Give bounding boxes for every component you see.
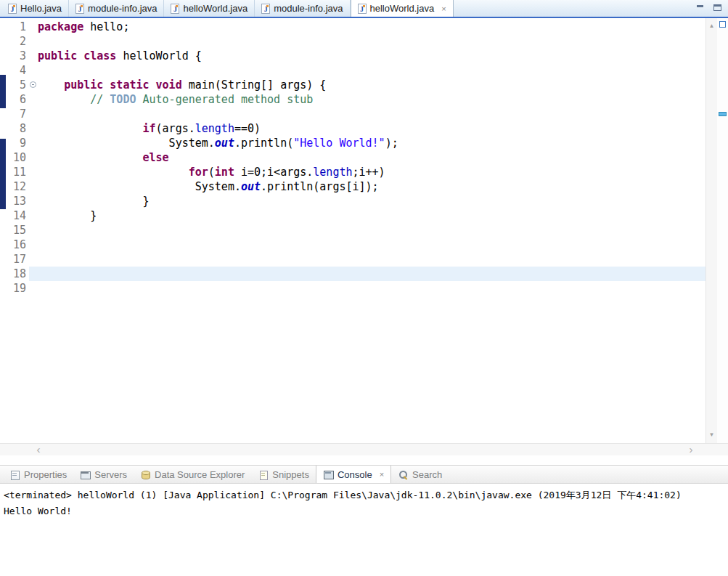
fold-column [29, 252, 38, 267]
fold-column [29, 49, 38, 63]
code-line[interactable]: 5 public static void main(String[] args)… [0, 78, 705, 92]
code-line[interactable]: 10 else [0, 150, 705, 165]
maximize-icon[interactable] [713, 4, 722, 12]
code-line[interactable]: 4 [0, 63, 705, 78]
code-line[interactable]: 11 for(int i=0;i<args.length;i++) [0, 165, 705, 179]
editor-tab[interactable]: JHello.java [1, 0, 69, 17]
horizontal-scrollbar[interactable]: ‹ › [0, 443, 728, 455]
code-line[interactable]: 7 [0, 107, 705, 121]
editor-tab[interactable]: JhelloWorld.java [164, 0, 255, 17]
code-line[interactable]: 16 [0, 238, 705, 252]
code-line[interactable]: 14 } [0, 208, 705, 223]
bottom-tab-label: Properties [24, 469, 67, 480]
line-number: 12 [0, 179, 29, 194]
code-line[interactable]: 3public class helloWorld { [0, 49, 705, 63]
code-text: // TODO Auto-generated method stub [38, 92, 705, 107]
scroll-left-icon[interactable]: ‹ [33, 444, 44, 455]
java-file-icon: J [261, 4, 270, 14]
bottom-tab-servers[interactable]: Servers [73, 466, 134, 483]
search-icon [398, 469, 409, 480]
bottom-tab-label: Snippets [272, 469, 309, 480]
fold-column [29, 20, 38, 34]
line-number: 14 [0, 208, 29, 223]
fold-collapse-icon[interactable] [30, 81, 36, 88]
line-number: 6 [0, 92, 29, 107]
fold-column [29, 63, 38, 78]
code-text [38, 252, 705, 267]
scroll-down-icon[interactable]: ▼ [706, 430, 717, 440]
fold-column [29, 281, 38, 296]
code-line[interactable]: 18 [0, 267, 705, 281]
bottom-tab-label: Search [412, 469, 442, 480]
bottom-tab-data-source-explorer[interactable]: Data Source Explorer [134, 466, 251, 483]
editor-tab[interactable]: Jmodule-info.java [69, 0, 164, 17]
close-icon[interactable]: × [441, 4, 446, 13]
console-output: Hello World! [0, 503, 728, 519]
data-source-icon [140, 469, 151, 480]
overview-ruler-header [719, 21, 726, 28]
eclipse-window: JHello.javaJmodule-info.javaJhelloWorld.… [0, 0, 728, 576]
code-line[interactable]: 15 [0, 223, 705, 238]
line-number: 13 [0, 194, 29, 208]
close-icon[interactable]: × [380, 470, 384, 479]
snippets-icon [258, 469, 269, 480]
code-text [38, 107, 705, 121]
bottom-tab-properties[interactable]: Properties [3, 466, 73, 483]
scroll-up-icon[interactable]: ▲ [706, 21, 717, 31]
vertical-scrollbar[interactable]: ▲ ▼ [705, 18, 717, 443]
code-editor[interactable]: 1package hello;23public class helloWorld… [0, 18, 728, 443]
code-line[interactable]: 17 [0, 252, 705, 267]
line-number: 4 [0, 63, 29, 78]
fold-column [29, 107, 38, 121]
todo-marker[interactable] [719, 112, 727, 116]
line-number: 15 [0, 223, 29, 238]
console-view[interactable]: <terminated> helloWorld (1) [Java Applic… [0, 484, 728, 576]
code-text: System.out.println("Hello World!"); [38, 136, 705, 150]
code-text: } [38, 194, 705, 208]
line-number: 1 [0, 20, 29, 34]
line-number: 7 [0, 107, 29, 121]
java-file-icon: J [75, 4, 84, 14]
overview-ruler[interactable] [717, 18, 728, 443]
servers-icon [80, 469, 91, 480]
line-number: 3 [0, 49, 29, 63]
editor-tab[interactable]: Jmodule-info.java [255, 0, 350, 17]
bottom-tab-console[interactable]: Console× [316, 466, 391, 483]
code-text [38, 267, 705, 281]
code-line[interactable]: 19 [0, 281, 705, 296]
code-line[interactable]: 8 if(args.length==0) [0, 121, 705, 136]
code-line[interactable]: 2 [0, 34, 705, 49]
console-icon [323, 469, 334, 480]
code-text [38, 281, 705, 296]
code-line[interactable]: 6 // TODO Auto-generated method stub [0, 92, 705, 107]
code-text [38, 238, 705, 252]
bottom-tab-snippets[interactable]: Snippets [251, 466, 316, 483]
editor-tab-label: module-info.java [274, 3, 343, 14]
editor-trim [696, 4, 722, 12]
line-number: 11 [0, 165, 29, 179]
line-number: 9 [0, 136, 29, 150]
line-number: 16 [0, 238, 29, 252]
line-number: 2 [0, 34, 29, 49]
minimize-icon[interactable] [696, 4, 705, 12]
code-line[interactable]: 12 System.out.println(args[i]); [0, 179, 705, 194]
java-file-icon: J [358, 4, 367, 14]
line-number: 18 [0, 267, 29, 281]
console-header: <terminated> helloWorld (1) [Java Applic… [0, 484, 728, 503]
code-text: System.out.println(args[i]); [38, 179, 705, 194]
line-number: 5 [0, 78, 29, 92]
editor-tab[interactable]: JhelloWorld.java× [351, 0, 454, 17]
fold-column [29, 194, 38, 208]
code-line[interactable]: 13 } [0, 194, 705, 208]
bottom-tab-label: Console [338, 469, 372, 480]
scroll-right-icon[interactable]: › [686, 444, 696, 455]
properties-icon [9, 469, 20, 480]
code-line[interactable]: 1package hello; [0, 20, 705, 34]
line-number: 19 [0, 281, 29, 296]
code-text: } [38, 208, 705, 223]
bottom-tab-search[interactable]: Search [391, 466, 449, 483]
line-number: 17 [0, 252, 29, 267]
editor-tab-bar: JHello.javaJmodule-info.javaJhelloWorld.… [0, 0, 728, 18]
code-line[interactable]: 9 System.out.println("Hello World!"); [0, 136, 705, 150]
fold-column [29, 136, 38, 150]
